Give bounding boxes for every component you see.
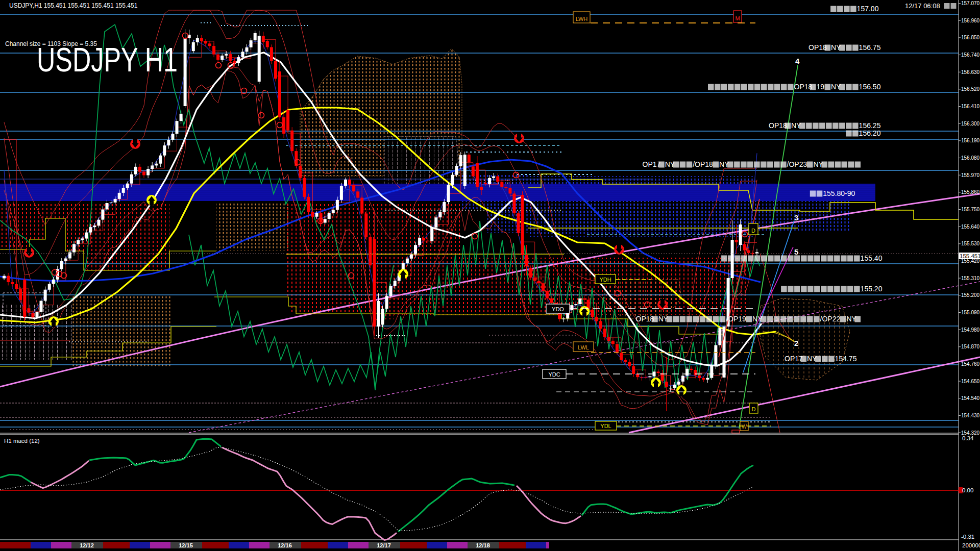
svg-text:D: D xyxy=(752,406,756,412)
svg-text:156.25: 156.25 xyxy=(859,121,881,130)
svg-text:USDJPY H1: USDJPY H1 xyxy=(37,41,178,79)
svg-text:12/18: 12/18 xyxy=(476,542,490,548)
svg-text:USDJPY,H1 155.451 155.451 155: USDJPY,H1 155.451 155.451 155.451 155.45… xyxy=(9,2,138,9)
svg-text:155.860: 155.860 xyxy=(961,189,980,195)
svg-text:H1 macd (12): H1 macd (12) xyxy=(4,438,40,444)
svg-text:156.300: 156.300 xyxy=(961,121,980,127)
svg-text:156.20: 156.20 xyxy=(859,129,881,137)
svg-text:155.200: 155.200 xyxy=(961,292,980,298)
svg-text:156.740: 156.740 xyxy=(961,52,980,58)
svg-text:OP17: OP17 xyxy=(643,160,661,168)
svg-text:D: D xyxy=(751,228,755,234)
svg-text:155.530: 155.530 xyxy=(961,241,980,246)
svg-text:155.750: 155.750 xyxy=(961,207,980,212)
svg-text:154.75: 154.75 xyxy=(835,355,857,363)
svg-text:155.090: 155.090 xyxy=(961,310,980,315)
svg-text:3: 3 xyxy=(794,213,798,222)
svg-text:156.50: 156.50 xyxy=(859,83,881,91)
svg-text:OP18: OP18 xyxy=(636,315,654,323)
svg-text:155.970: 155.970 xyxy=(961,172,980,178)
svg-text:154.870: 154.870 xyxy=(961,344,980,349)
svg-text:YDH: YDH xyxy=(599,277,611,283)
svg-text:154.540: 154.540 xyxy=(961,395,980,401)
svg-text:155.20: 155.20 xyxy=(861,285,883,293)
svg-text:LWL: LWL xyxy=(578,344,589,350)
svg-text:YDC: YDC xyxy=(548,371,560,378)
svg-text:154.650: 154.650 xyxy=(961,379,980,384)
svg-text:OP18: OP18 xyxy=(794,83,813,91)
svg-text:154.980: 154.980 xyxy=(961,327,980,333)
svg-text:156.850: 156.850 xyxy=(961,35,980,40)
svg-text:156.190: 156.190 xyxy=(961,138,980,143)
svg-text:154.320: 154.320 xyxy=(961,430,980,436)
svg-text:12/17 06:08: 12/17 06:08 xyxy=(905,2,940,10)
svg-text:154.430: 154.430 xyxy=(961,413,980,418)
svg-text:155.80-90: 155.80-90 xyxy=(823,189,855,197)
svg-text:/OP23: /OP23 xyxy=(787,160,807,168)
svg-text:YDO: YDO xyxy=(552,306,564,312)
svg-text:0.00: 0.00 xyxy=(962,487,973,493)
svg-text:156.080: 156.080 xyxy=(961,155,980,161)
svg-text:200000: 200000 xyxy=(962,542,980,548)
svg-text:/OP18: /OP18 xyxy=(693,160,713,168)
svg-text:155.40: 155.40 xyxy=(861,254,883,262)
svg-text:156.520: 156.520 xyxy=(961,86,980,92)
svg-text:-0.31: -0.31 xyxy=(961,534,974,540)
svg-text:OP18: OP18 xyxy=(808,43,827,52)
svg-text:155.310: 155.310 xyxy=(961,276,980,281)
svg-text:156.410: 156.410 xyxy=(961,104,980,109)
svg-text:/OP19: /OP19 xyxy=(726,315,746,323)
svg-text:12/16: 12/16 xyxy=(278,542,292,548)
svg-text:156.75: 156.75 xyxy=(859,43,881,52)
svg-text:156.630: 156.630 xyxy=(961,69,980,75)
svg-text:19: 19 xyxy=(817,83,825,91)
svg-text:M: M xyxy=(735,15,740,21)
svg-text:155.451: 155.451 xyxy=(960,253,980,259)
svg-text:12/17: 12/17 xyxy=(377,542,391,548)
svg-text:5: 5 xyxy=(794,247,798,256)
svg-text:156.960: 156.960 xyxy=(961,18,980,23)
svg-text:YDL: YDL xyxy=(600,423,611,429)
svg-text:0.34: 0.34 xyxy=(962,435,974,441)
svg-text:157.00: 157.00 xyxy=(857,5,879,13)
svg-text:155.640: 155.640 xyxy=(961,224,980,230)
svg-text:OP17: OP17 xyxy=(785,355,803,363)
svg-text:157.070: 157.070 xyxy=(961,1,980,6)
svg-text:2: 2 xyxy=(794,339,798,347)
svg-text:154.760: 154.760 xyxy=(961,361,980,367)
svg-text:OP18: OP18 xyxy=(769,121,787,130)
svg-text:/OP22: /OP22 xyxy=(820,315,841,323)
svg-text:LWH: LWH xyxy=(576,16,588,22)
svg-text:12/12: 12/12 xyxy=(80,542,94,548)
svg-text:4: 4 xyxy=(795,57,800,65)
svg-text:12/15: 12/15 xyxy=(179,542,193,548)
